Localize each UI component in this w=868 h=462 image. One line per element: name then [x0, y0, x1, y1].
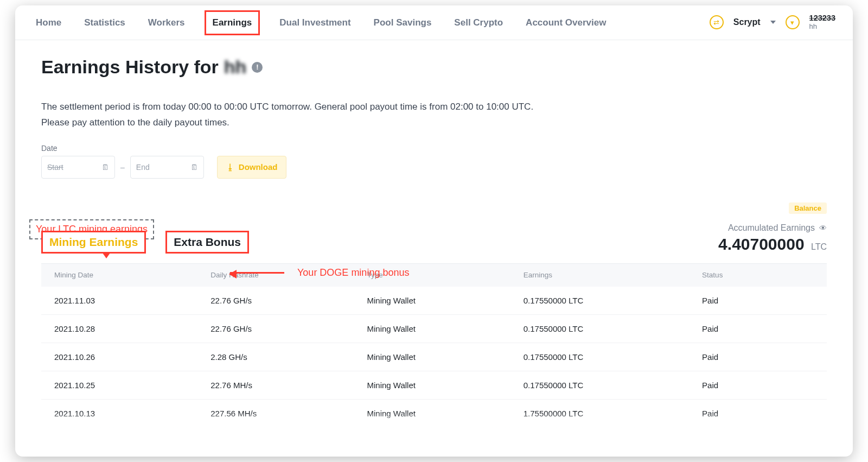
cell-earnings: 0.17550000 LTC [524, 296, 702, 305]
annotation-doge-text: Your DOGE mining bonus [297, 267, 409, 279]
swap-icon[interactable]: ⇄ [710, 15, 724, 29]
accumulated-earnings: Accumulated Earnings 👁 4.40700000 LTC [718, 223, 827, 254]
date-end-placeholder: End [136, 163, 150, 172]
annotation-arrow-left-icon [230, 272, 284, 274]
table-row[interactable]: 2021.10.26 2.28 GH/s Mining Wallet 0.175… [41, 343, 827, 371]
page-content: Earnings History for hh ! The settlement… [15, 40, 853, 428]
acc-earnings-label: Accumulated Earnings [728, 223, 815, 233]
cell-hashrate: 2.28 GH/s [210, 352, 367, 362]
calendar-icon: 🗓 [101, 163, 109, 172]
cell-type: Mining Wallet [367, 324, 523, 333]
th-mining-date: Mining Date [54, 271, 210, 279]
cell-type: Mining Wallet [367, 352, 523, 362]
date-end-input[interactable]: End 🗓 [130, 156, 204, 179]
table-row[interactable]: 2021.10.25 22.76 MH/s Mining Wallet 0.17… [41, 371, 827, 400]
chevron-down-icon[interactable] [770, 21, 776, 24]
acc-earnings-value: 4.40700000 [718, 235, 805, 253]
date-start-input[interactable]: Start 🗓 [41, 156, 115, 179]
cell-type: Mining Wallet [367, 296, 523, 305]
page-title-prefix: Earnings History for [41, 56, 219, 78]
algorithm-selector[interactable]: Scrypt [733, 17, 761, 27]
user-id: 123233 [809, 14, 835, 23]
cell-status: Paid [702, 296, 814, 305]
cell-earnings: 0.17550000 LTC [524, 352, 702, 362]
tab-mining-earnings[interactable]: Mining Earnings [41, 231, 146, 254]
user-sub: hh [809, 23, 835, 30]
tab-extra-bonus[interactable]: Extra Bonus [165, 231, 249, 254]
cell-status: Paid [702, 352, 814, 362]
settlement-description: The settlement period is from today 00:0… [41, 99, 638, 131]
user-avatar-icon[interactable]: ▾ [786, 15, 800, 29]
download-label: Download [239, 162, 278, 172]
cell-hashrate: 22.76 GH/s [210, 324, 367, 333]
date-start-placeholder: Start [47, 163, 63, 172]
th-earnings: Earnings [524, 271, 702, 279]
cell-status: Paid [702, 324, 814, 333]
annotation-doge: Your DOGE mining bonus [230, 267, 409, 279]
earnings-table: Mining Date Daily Hashrate Type Earnings… [41, 263, 827, 428]
desc-line-2: Please pay attention to the daily payout… [41, 117, 229, 128]
table-header: Mining Date Daily Hashrate Type Earnings… [41, 264, 827, 287]
date-range-dash: – [120, 163, 125, 172]
bottom-fade [15, 413, 853, 428]
cell-earnings: 0.17550000 LTC [524, 381, 702, 390]
eye-icon[interactable]: 👁 [819, 224, 827, 232]
earnings-tabs: Mining Earnings Extra Bonus Balance Accu… [41, 223, 827, 254]
topbar-right: ⇄ Scrypt ▾ 123233 hh [710, 14, 835, 30]
nav-statistics[interactable]: Statistics [81, 10, 129, 36]
table-row[interactable]: 2021.11.03 22.76 GH/s Mining Wallet 0.17… [41, 287, 827, 315]
cell-hashrate: 22.76 GH/s [210, 296, 367, 305]
date-label: Date [41, 144, 827, 153]
cell-date: 2021.11.03 [54, 296, 210, 305]
cell-status: Paid [702, 381, 814, 390]
top-navbar: Home Statistics Workers Earnings Dual In… [15, 5, 853, 40]
nav-workers[interactable]: Workers [145, 10, 188, 36]
page-title: Earnings History for hh ! [41, 56, 827, 78]
nav-pool-savings[interactable]: Pool Savings [371, 10, 435, 36]
nav-home[interactable]: Home [33, 10, 65, 36]
nav-account-overview[interactable]: Account Overview [522, 10, 609, 36]
th-status: Status [702, 271, 814, 279]
acc-earnings-unit: LTC [811, 242, 827, 251]
download-icon: ⭳ [226, 162, 234, 172]
cell-type: Mining Wallet [367, 381, 523, 390]
nav-sell-crypto[interactable]: Sell Crypto [451, 10, 506, 36]
calendar-icon: 🗓 [190, 163, 198, 172]
cell-date: 2021.10.28 [54, 324, 210, 333]
table-row[interactable]: 2021.10.28 22.76 GH/s Mining Wallet 0.17… [41, 315, 827, 343]
page-title-user: hh [224, 56, 247, 78]
nav-dual-investment[interactable]: Dual Investment [276, 10, 354, 36]
cell-date: 2021.10.26 [54, 352, 210, 362]
balance-badge[interactable]: Balance [789, 202, 827, 214]
cell-earnings: 0.17550000 LTC [524, 324, 702, 333]
main-nav: Home Statistics Workers Earnings Dual In… [33, 10, 609, 36]
cell-date: 2021.10.25 [54, 381, 210, 390]
desc-line-1: The settlement period is from today 00:0… [41, 102, 533, 112]
cell-hashrate: 22.76 MH/s [210, 381, 367, 390]
user-chip[interactable]: 123233 hh [809, 14, 835, 30]
info-icon[interactable]: ! [252, 62, 263, 73]
download-button[interactable]: ⭳ Download [217, 156, 287, 179]
date-filter: Date Start 🗓 – End 🗓 ⭳ Download [41, 144, 827, 179]
nav-earnings[interactable]: Earnings [205, 10, 260, 35]
